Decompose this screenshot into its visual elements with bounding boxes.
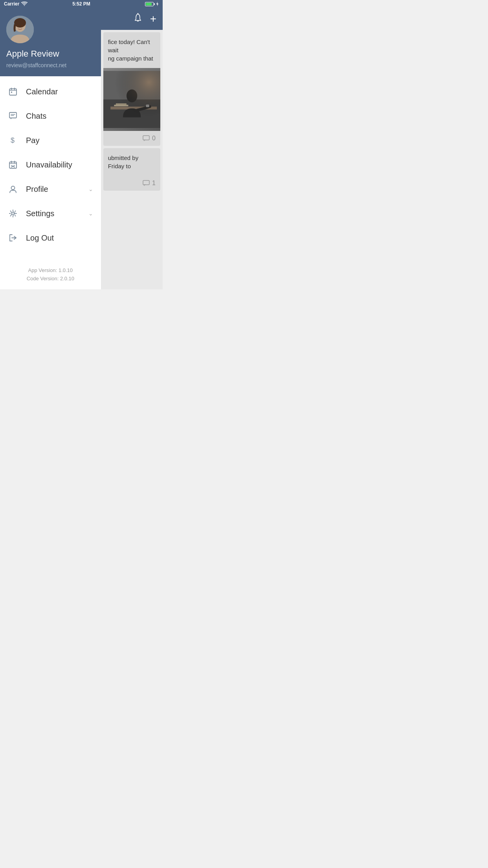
svg-point-4: [22, 26, 23, 27]
comment-count-2: 1: [152, 180, 156, 187]
sidebar-item-logout[interactable]: Log Out: [0, 226, 101, 250]
charging-icon: [156, 2, 159, 6]
chats-icon: [8, 111, 18, 121]
feed-card-1-footer: 0: [103, 131, 160, 146]
sidebar-item-chats[interactable]: Chats: [0, 104, 101, 128]
sidebar-item-unavailability[interactable]: Unavailability: [0, 153, 101, 177]
sidebar-item-settings[interactable]: Settings ⌄: [0, 201, 101, 226]
nav-list: Calendar Chats $: [0, 76, 101, 260]
sidebar-item-calendar[interactable]: Calendar: [0, 79, 101, 104]
bell-button[interactable]: [134, 13, 142, 25]
svg-rect-5: [9, 89, 17, 95]
status-bar: Carrier 5:52 PM: [0, 0, 163, 8]
svg-point-2: [14, 18, 26, 28]
svg-point-21: [12, 212, 14, 215]
user-name: Apple Review: [6, 49, 95, 59]
feed-card-2-text: ubmitted by Friday to: [103, 148, 160, 176]
settings-chevron-icon: ⌄: [88, 210, 93, 217]
feed-card-1: fice today! Can't waitng campaign that: [103, 32, 160, 146]
app-version: App Version: 1.0.10: [6, 267, 95, 275]
feed-card-2: ubmitted by Friday to 1: [103, 148, 160, 191]
sidebar-item-profile[interactable]: Profile ⌄: [0, 177, 101, 201]
logout-icon: [8, 233, 18, 243]
main-panel: + fice today! Can't waitng campaign that: [101, 8, 163, 289]
comment-icon-2: [143, 180, 150, 186]
comment-icon: [143, 135, 150, 142]
unavailability-icon: [8, 160, 18, 170]
comment-count-1: 0: [152, 135, 156, 142]
svg-rect-33: [143, 136, 149, 140]
settings-icon: [8, 208, 18, 219]
feed-card-2-footer: 1: [103, 176, 160, 191]
pay-label: Pay: [26, 136, 93, 145]
main-header: +: [101, 8, 163, 30]
svg-rect-34: [143, 180, 149, 185]
feed-container: fice today! Can't waitng campaign that: [101, 30, 163, 289]
chats-label: Chats: [26, 112, 93, 121]
user-email: review@staffconnect.net: [6, 62, 95, 68]
drawer-footer: App Version: 1.0.10 Code Version: 2.0.10: [0, 260, 101, 289]
svg-point-20: [11, 186, 15, 190]
logout-label: Log Out: [26, 234, 93, 243]
svg-rect-10: [9, 112, 17, 118]
svg-point-3: [18, 26, 19, 27]
feed-card-1-text: fice today! Can't waitng campaign that: [103, 32, 160, 68]
avatar: [6, 16, 34, 43]
svg-text:$: $: [11, 136, 15, 144]
sidebar-item-pay[interactable]: $ Pay: [0, 128, 101, 153]
status-bar-time: 5:52 PM: [72, 1, 90, 7]
status-bar-right: [145, 2, 159, 6]
carrier-label: Carrier: [4, 1, 19, 7]
drawer: Apple Review review@staffconnect.net Cal…: [0, 8, 101, 289]
status-bar-left: Carrier: [4, 1, 28, 7]
add-button[interactable]: +: [150, 13, 156, 24]
wifi-icon: [21, 2, 28, 6]
unavailability-label: Unavailability: [26, 160, 93, 169]
profile-icon: [8, 184, 18, 194]
svg-rect-32: [103, 71, 160, 128]
app-container: Apple Review review@staffconnect.net Cal…: [0, 8, 163, 289]
profile-label: Profile: [26, 185, 81, 194]
svg-rect-9: [11, 92, 12, 93]
battery-icon: [145, 2, 155, 6]
feed-card-1-image: [103, 68, 160, 131]
calendar-icon: [8, 86, 18, 97]
settings-label: Settings: [26, 209, 81, 218]
profile-chevron-icon: ⌄: [88, 186, 93, 192]
code-version: Code Version: 2.0.10: [6, 275, 95, 283]
calendar-label: Calendar: [26, 87, 93, 96]
svg-rect-14: [9, 162, 17, 168]
drawer-header: Apple Review review@staffconnect.net: [0, 8, 101, 76]
pay-icon: $: [8, 135, 18, 145]
